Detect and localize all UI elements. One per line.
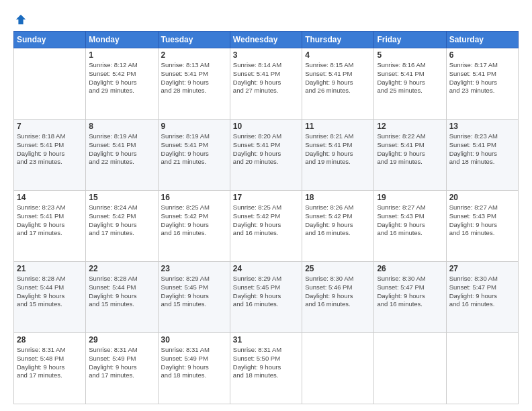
calendar-cell: 28Sunrise: 8:31 AM Sunset: 5:48 PM Dayli… [14, 333, 86, 404]
day-number: 27 [449, 264, 515, 273]
day-info: Sunrise: 8:28 AM Sunset: 5:44 PM Dayligh… [89, 275, 154, 309]
day-header-tuesday: Tuesday [158, 32, 230, 48]
day-number: 10 [233, 122, 299, 131]
day-info: Sunrise: 8:20 AM Sunset: 5:41 PM Dayligh… [233, 132, 299, 167]
day-info: Sunrise: 8:29 AM Sunset: 5:45 PM Dayligh… [233, 275, 299, 309]
calendar-cell: 11Sunrise: 8:21 AM Sunset: 5:41 PM Dayli… [302, 120, 374, 191]
day-info: Sunrise: 8:21 AM Sunset: 5:41 PM Dayligh… [305, 132, 371, 167]
day-number: 19 [377, 193, 443, 202]
day-info: Sunrise: 8:28 AM Sunset: 5:44 PM Dayligh… [17, 275, 83, 309]
calendar-week-2: 7Sunrise: 8:18 AM Sunset: 5:41 PM Daylig… [14, 120, 519, 191]
day-info: Sunrise: 8:31 AM Sunset: 5:50 PM Dayligh… [233, 346, 299, 380]
day-info: Sunrise: 8:23 AM Sunset: 5:41 PM Dayligh… [449, 132, 515, 167]
day-number: 4 [305, 50, 371, 60]
day-number: 14 [17, 193, 83, 202]
day-info: Sunrise: 8:22 AM Sunset: 5:41 PM Dayligh… [377, 132, 443, 167]
day-header-friday: Friday [374, 32, 446, 48]
day-header-monday: Monday [86, 32, 158, 48]
calendar-cell: 7Sunrise: 8:18 AM Sunset: 5:41 PM Daylig… [14, 120, 86, 191]
day-info: Sunrise: 8:26 AM Sunset: 5:42 PM Dayligh… [305, 203, 371, 238]
day-info: Sunrise: 8:25 AM Sunset: 5:42 PM Dayligh… [161, 203, 227, 238]
day-number: 16 [161, 193, 227, 202]
calendar-cell [14, 48, 86, 120]
logo [13, 13, 30, 26]
calendar-cell: 17Sunrise: 8:25 AM Sunset: 5:42 PM Dayli… [230, 191, 302, 262]
calendar-cell: 5Sunrise: 8:16 AM Sunset: 5:41 PM Daylig… [374, 48, 446, 120]
calendar-cell: 18Sunrise: 8:26 AM Sunset: 5:42 PM Dayli… [302, 191, 374, 262]
day-number: 1 [89, 50, 154, 60]
day-header-saturday: Saturday [446, 32, 518, 48]
calendar-cell: 26Sunrise: 8:30 AM Sunset: 5:47 PM Dayli… [374, 262, 446, 333]
day-info: Sunrise: 8:23 AM Sunset: 5:41 PM Dayligh… [17, 203, 83, 238]
day-info: Sunrise: 8:17 AM Sunset: 5:41 PM Dayligh… [449, 61, 515, 95]
day-info: Sunrise: 8:31 AM Sunset: 5:49 PM Dayligh… [161, 346, 227, 380]
day-number: 28 [17, 335, 83, 345]
day-header-thursday: Thursday [302, 32, 374, 48]
day-number: 26 [377, 264, 443, 273]
calendar-cell: 1Sunrise: 8:12 AM Sunset: 5:42 PM Daylig… [86, 48, 158, 120]
day-number: 2 [161, 50, 227, 60]
calendar-cell [302, 333, 374, 404]
calendar-cell: 10Sunrise: 8:20 AM Sunset: 5:41 PM Dayli… [230, 120, 302, 191]
day-number: 5 [377, 50, 443, 60]
calendar-cell: 12Sunrise: 8:22 AM Sunset: 5:41 PM Dayli… [374, 120, 446, 191]
header [13, 11, 519, 26]
calendar-cell: 16Sunrise: 8:25 AM Sunset: 5:42 PM Dayli… [158, 191, 230, 262]
page: SundayMondayTuesdayWednesdayThursdayFrid… [0, 0, 532, 411]
day-number: 3 [233, 50, 299, 60]
day-info: Sunrise: 8:15 AM Sunset: 5:41 PM Dayligh… [305, 61, 371, 95]
day-info: Sunrise: 8:30 AM Sunset: 5:47 PM Dayligh… [377, 275, 443, 309]
calendar-cell: 15Sunrise: 8:24 AM Sunset: 5:42 PM Dayli… [86, 191, 158, 262]
calendar-cell [374, 333, 446, 404]
calendar-cell: 20Sunrise: 8:27 AM Sunset: 5:43 PM Dayli… [446, 191, 518, 262]
day-info: Sunrise: 8:12 AM Sunset: 5:42 PM Dayligh… [89, 61, 154, 95]
calendar-cell: 25Sunrise: 8:30 AM Sunset: 5:46 PM Dayli… [302, 262, 374, 333]
calendar-cell: 8Sunrise: 8:19 AM Sunset: 5:41 PM Daylig… [86, 120, 158, 191]
day-number: 11 [305, 122, 371, 131]
calendar-cell: 27Sunrise: 8:30 AM Sunset: 5:47 PM Dayli… [446, 262, 518, 333]
calendar-week-1: 1Sunrise: 8:12 AM Sunset: 5:42 PM Daylig… [14, 48, 519, 120]
day-number: 31 [233, 335, 299, 345]
day-number: 15 [89, 193, 154, 202]
day-header-wednesday: Wednesday [230, 32, 302, 48]
day-number: 12 [377, 122, 443, 131]
day-number: 23 [161, 264, 227, 273]
day-info: Sunrise: 8:27 AM Sunset: 5:43 PM Dayligh… [449, 203, 515, 238]
day-number: 7 [17, 122, 83, 131]
day-info: Sunrise: 8:25 AM Sunset: 5:42 PM Dayligh… [233, 203, 299, 238]
day-number: 29 [89, 335, 154, 345]
calendar-week-4: 21Sunrise: 8:28 AM Sunset: 5:44 PM Dayli… [14, 262, 519, 333]
day-number: 25 [305, 264, 371, 273]
day-info: Sunrise: 8:19 AM Sunset: 5:41 PM Dayligh… [161, 132, 227, 167]
day-info: Sunrise: 8:13 AM Sunset: 5:41 PM Dayligh… [161, 61, 227, 95]
calendar-cell: 13Sunrise: 8:23 AM Sunset: 5:41 PM Dayli… [446, 120, 518, 191]
calendar-cell: 29Sunrise: 8:31 AM Sunset: 5:49 PM Dayli… [86, 333, 158, 404]
calendar-cell: 14Sunrise: 8:23 AM Sunset: 5:41 PM Dayli… [14, 191, 86, 262]
day-info: Sunrise: 8:29 AM Sunset: 5:45 PM Dayligh… [161, 275, 227, 309]
day-info: Sunrise: 8:30 AM Sunset: 5:47 PM Dayligh… [449, 275, 515, 309]
day-number: 8 [89, 122, 154, 131]
day-info: Sunrise: 8:19 AM Sunset: 5:41 PM Dayligh… [89, 132, 154, 167]
svg-marker-0 [16, 15, 26, 24]
calendar-cell: 4Sunrise: 8:15 AM Sunset: 5:41 PM Daylig… [302, 48, 374, 120]
calendar-week-3: 14Sunrise: 8:23 AM Sunset: 5:41 PM Dayli… [14, 191, 519, 262]
day-number: 9 [161, 122, 227, 131]
calendar-cell: 31Sunrise: 8:31 AM Sunset: 5:50 PM Dayli… [230, 333, 302, 404]
day-number: 13 [449, 122, 515, 131]
calendar-cell: 30Sunrise: 8:31 AM Sunset: 5:49 PM Dayli… [158, 333, 230, 404]
day-info: Sunrise: 8:30 AM Sunset: 5:46 PM Dayligh… [305, 275, 371, 309]
day-info: Sunrise: 8:31 AM Sunset: 5:48 PM Dayligh… [17, 346, 83, 380]
calendar-cell: 22Sunrise: 8:28 AM Sunset: 5:44 PM Dayli… [86, 262, 158, 333]
day-number: 18 [305, 193, 371, 202]
day-info: Sunrise: 8:16 AM Sunset: 5:41 PM Dayligh… [377, 61, 443, 95]
calendar-cell: 19Sunrise: 8:27 AM Sunset: 5:43 PM Dayli… [374, 191, 446, 262]
calendar-cell: 2Sunrise: 8:13 AM Sunset: 5:41 PM Daylig… [158, 48, 230, 120]
calendar-cell: 9Sunrise: 8:19 AM Sunset: 5:41 PM Daylig… [158, 120, 230, 191]
calendar-cell: 23Sunrise: 8:29 AM Sunset: 5:45 PM Dayli… [158, 262, 230, 333]
calendar-cell: 6Sunrise: 8:17 AM Sunset: 5:41 PM Daylig… [446, 48, 518, 120]
calendar-table: SundayMondayTuesdayWednesdayThursdayFrid… [13, 31, 519, 404]
day-number: 6 [449, 50, 515, 60]
calendar-cell: 24Sunrise: 8:29 AM Sunset: 5:45 PM Dayli… [230, 262, 302, 333]
calendar-week-5: 28Sunrise: 8:31 AM Sunset: 5:48 PM Dayli… [14, 333, 519, 404]
day-header-sunday: Sunday [14, 32, 86, 48]
